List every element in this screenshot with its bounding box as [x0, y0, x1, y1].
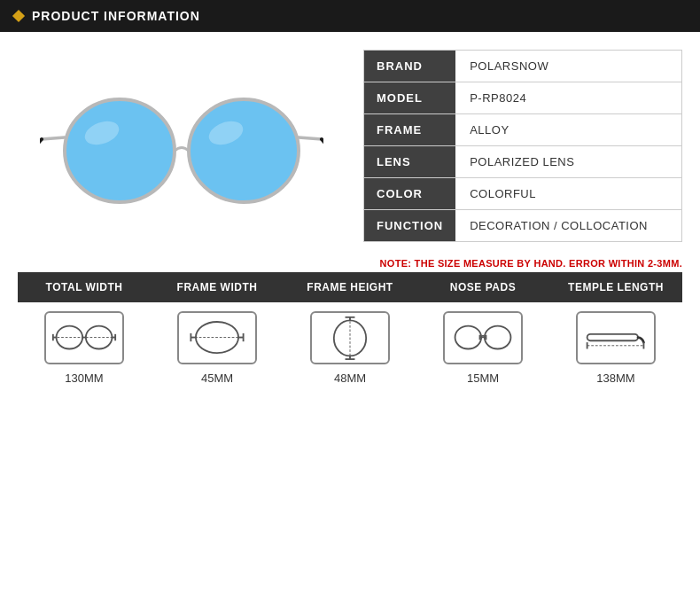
- spec-value: P-RP8024: [455, 82, 681, 114]
- main-content: BRAND POLARSNOW MODEL P-RP8024 FRAME ALL…: [0, 32, 700, 251]
- measurements-icons: 130MM 45MM 48MM 15MM 138MM: [18, 302, 682, 394]
- measurement-icon-cell: 48MM: [284, 311, 416, 385]
- measurement-icon-cell: 130MM: [18, 311, 151, 385]
- svg-rect-35: [587, 334, 638, 340]
- measurement-icon-cell: 15MM: [416, 311, 549, 385]
- spec-label: BRAND: [364, 51, 455, 82]
- spec-label: FUNCTION: [364, 210, 455, 242]
- spec-value: COLORFUL: [455, 178, 681, 210]
- product-info-header: PRODUCT INFORMATION: [0, 0, 700, 32]
- svg-line-9: [322, 139, 323, 146]
- measurement-header-cell: TEMPLE LENGTH: [549, 272, 682, 302]
- spec-value: POLARSNOW: [455, 51, 681, 82]
- note-text: NOTE: THE SIZE MEASURE BY HAND. ERROR WI…: [380, 258, 682, 269]
- spec-value: ALLOY: [455, 114, 681, 146]
- specs-table: BRAND POLARSNOW MODEL P-RP8024 FRAME ALL…: [363, 50, 682, 242]
- spec-label: MODEL: [364, 82, 455, 114]
- measurement-icon-cell: 45MM: [151, 311, 284, 385]
- spec-label: FRAME: [364, 114, 455, 146]
- spec-row: COLOR COLORFUL: [364, 178, 681, 210]
- measurement-header-cell: NOSE PADS: [416, 272, 549, 302]
- svg-point-31: [485, 326, 511, 349]
- svg-line-6: [42, 137, 65, 139]
- spec-row: LENS POLARIZED LENS: [364, 146, 681, 178]
- spec-row: BRAND POLARSNOW: [364, 51, 681, 82]
- measurement-icon-box: [177, 311, 257, 364]
- header-title: PRODUCT INFORMATION: [32, 9, 200, 23]
- measurement-icon-box: [44, 311, 124, 364]
- product-image: [40, 66, 323, 226]
- measurement-value: 45MM: [201, 371, 233, 385]
- measurement-value: 130MM: [65, 371, 103, 385]
- measurement-value: 48MM: [334, 371, 366, 385]
- measurement-icon-box: [576, 311, 656, 364]
- svg-point-30: [455, 326, 482, 349]
- spec-label: COLOR: [364, 178, 455, 210]
- measurements-header: TOTAL WIDTHFRAME WIDTHFRAME HEIGHTNOSE P…: [18, 272, 682, 302]
- spec-value: POLARIZED LENS: [455, 146, 681, 178]
- spec-row: MODEL P-RP8024: [364, 82, 681, 114]
- note-section: NOTE: THE SIZE MEASURE BY HAND. ERROR WI…: [0, 251, 700, 272]
- measurements-section: TOTAL WIDTHFRAME WIDTHFRAME HEIGHTNOSE P…: [0, 272, 700, 403]
- measurement-value: 138MM: [596, 371, 634, 385]
- measurement-value: 15MM: [467, 371, 499, 385]
- measurement-icon-box: [443, 311, 523, 364]
- spec-row: FRAME ALLOY: [364, 114, 681, 146]
- measurement-header-cell: TOTAL WIDTH: [18, 272, 151, 302]
- product-image-area: [18, 50, 346, 242]
- spec-row: FUNCTION DECORATION / COLLOCATION: [364, 210, 681, 242]
- svg-line-8: [299, 137, 322, 139]
- measurement-icon-box: [310, 311, 390, 364]
- measurement-header-cell: FRAME WIDTH: [151, 272, 284, 302]
- diamond-icon: [12, 10, 25, 22]
- spec-value: DECORATION / COLLOCATION: [455, 210, 681, 242]
- measurement-icon-cell: 138MM: [549, 311, 682, 385]
- measurement-header-cell: FRAME HEIGHT: [284, 272, 416, 302]
- spec-label: LENS: [364, 146, 455, 178]
- svg-line-7: [40, 139, 42, 146]
